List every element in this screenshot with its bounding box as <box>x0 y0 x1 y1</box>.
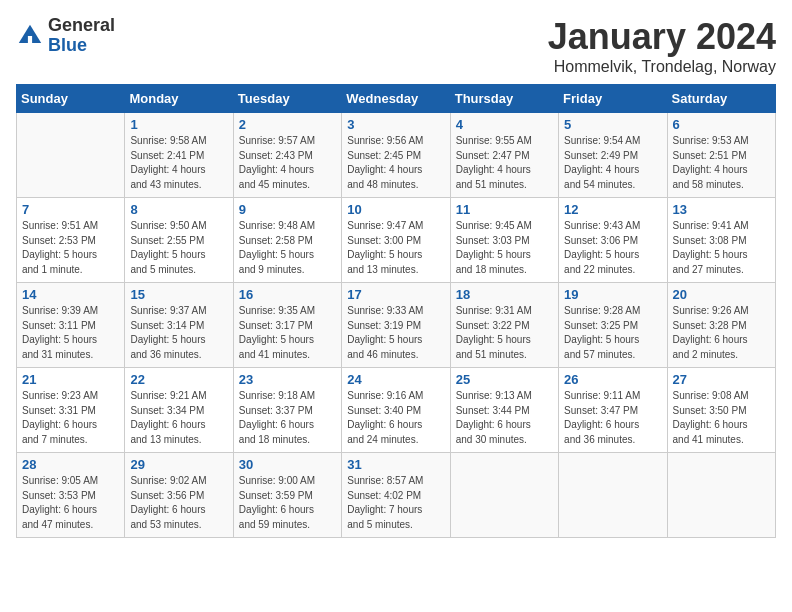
calendar-cell: 14 Sunrise: 9:39 AM Sunset: 3:11 PM Dayl… <box>17 283 125 368</box>
calendar-cell <box>559 453 667 538</box>
day-number: 7 <box>22 202 119 217</box>
day-number: 9 <box>239 202 336 217</box>
day-number: 6 <box>673 117 770 132</box>
day-info: Sunrise: 9:57 AM Sunset: 2:43 PM Dayligh… <box>239 134 336 192</box>
calendar-cell: 20 Sunrise: 9:26 AM Sunset: 3:28 PM Dayl… <box>667 283 775 368</box>
day-info: Sunrise: 9:31 AM Sunset: 3:22 PM Dayligh… <box>456 304 553 362</box>
day-number: 8 <box>130 202 227 217</box>
calendar-title: January 2024 <box>548 16 776 58</box>
calendar-subtitle: Hommelvik, Trondelag, Norway <box>548 58 776 76</box>
calendar-cell: 6 Sunrise: 9:53 AM Sunset: 2:51 PM Dayli… <box>667 113 775 198</box>
day-info: Sunrise: 9:02 AM Sunset: 3:56 PM Dayligh… <box>130 474 227 532</box>
calendar-week-row: 21 Sunrise: 9:23 AM Sunset: 3:31 PM Dayl… <box>17 368 776 453</box>
calendar-cell: 29 Sunrise: 9:02 AM Sunset: 3:56 PM Dayl… <box>125 453 233 538</box>
day-number: 4 <box>456 117 553 132</box>
logo-text: General Blue <box>48 16 115 56</box>
day-info: Sunrise: 9:58 AM Sunset: 2:41 PM Dayligh… <box>130 134 227 192</box>
day-info: Sunrise: 9:41 AM Sunset: 3:08 PM Dayligh… <box>673 219 770 277</box>
day-info: Sunrise: 9:05 AM Sunset: 3:53 PM Dayligh… <box>22 474 119 532</box>
weekday-header: Friday <box>559 85 667 113</box>
day-number: 29 <box>130 457 227 472</box>
day-number: 2 <box>239 117 336 132</box>
calendar-cell: 26 Sunrise: 9:11 AM Sunset: 3:47 PM Dayl… <box>559 368 667 453</box>
calendar-cell: 28 Sunrise: 9:05 AM Sunset: 3:53 PM Dayl… <box>17 453 125 538</box>
day-number: 5 <box>564 117 661 132</box>
calendar-cell: 24 Sunrise: 9:16 AM Sunset: 3:40 PM Dayl… <box>342 368 450 453</box>
day-number: 21 <box>22 372 119 387</box>
calendar-cell: 19 Sunrise: 9:28 AM Sunset: 3:25 PM Dayl… <box>559 283 667 368</box>
day-number: 20 <box>673 287 770 302</box>
weekday-header: Saturday <box>667 85 775 113</box>
calendar-cell: 27 Sunrise: 9:08 AM Sunset: 3:50 PM Dayl… <box>667 368 775 453</box>
calendar-cell: 3 Sunrise: 9:56 AM Sunset: 2:45 PM Dayli… <box>342 113 450 198</box>
day-number: 1 <box>130 117 227 132</box>
calendar-week-row: 14 Sunrise: 9:39 AM Sunset: 3:11 PM Dayl… <box>17 283 776 368</box>
calendar-week-row: 1 Sunrise: 9:58 AM Sunset: 2:41 PM Dayli… <box>17 113 776 198</box>
logo-general-text: General <box>48 16 115 36</box>
weekday-header: Monday <box>125 85 233 113</box>
day-info: Sunrise: 9:54 AM Sunset: 2:49 PM Dayligh… <box>564 134 661 192</box>
day-info: Sunrise: 9:13 AM Sunset: 3:44 PM Dayligh… <box>456 389 553 447</box>
calendar-cell: 30 Sunrise: 9:00 AM Sunset: 3:59 PM Dayl… <box>233 453 341 538</box>
day-info: Sunrise: 9:48 AM Sunset: 2:58 PM Dayligh… <box>239 219 336 277</box>
day-info: Sunrise: 9:18 AM Sunset: 3:37 PM Dayligh… <box>239 389 336 447</box>
logo: General Blue <box>16 16 115 56</box>
day-number: 25 <box>456 372 553 387</box>
calendar-cell: 9 Sunrise: 9:48 AM Sunset: 2:58 PM Dayli… <box>233 198 341 283</box>
svg-rect-1 <box>28 36 32 43</box>
calendar-cell: 15 Sunrise: 9:37 AM Sunset: 3:14 PM Dayl… <box>125 283 233 368</box>
day-info: Sunrise: 9:28 AM Sunset: 3:25 PM Dayligh… <box>564 304 661 362</box>
calendar-cell: 7 Sunrise: 9:51 AM Sunset: 2:53 PM Dayli… <box>17 198 125 283</box>
page-header: General Blue January 2024 Hommelvik, Tro… <box>16 16 776 76</box>
weekday-header: Tuesday <box>233 85 341 113</box>
day-info: Sunrise: 9:11 AM Sunset: 3:47 PM Dayligh… <box>564 389 661 447</box>
day-number: 12 <box>564 202 661 217</box>
title-area: January 2024 Hommelvik, Trondelag, Norwa… <box>548 16 776 76</box>
calendar-cell: 4 Sunrise: 9:55 AM Sunset: 2:47 PM Dayli… <box>450 113 558 198</box>
day-info: Sunrise: 9:23 AM Sunset: 3:31 PM Dayligh… <box>22 389 119 447</box>
calendar-cell: 25 Sunrise: 9:13 AM Sunset: 3:44 PM Dayl… <box>450 368 558 453</box>
day-number: 28 <box>22 457 119 472</box>
day-number: 11 <box>456 202 553 217</box>
weekday-header: Wednesday <box>342 85 450 113</box>
day-info: Sunrise: 9:39 AM Sunset: 3:11 PM Dayligh… <box>22 304 119 362</box>
day-number: 10 <box>347 202 444 217</box>
day-info: Sunrise: 9:37 AM Sunset: 3:14 PM Dayligh… <box>130 304 227 362</box>
day-info: Sunrise: 9:35 AM Sunset: 3:17 PM Dayligh… <box>239 304 336 362</box>
day-number: 13 <box>673 202 770 217</box>
day-info: Sunrise: 9:33 AM Sunset: 3:19 PM Dayligh… <box>347 304 444 362</box>
calendar-cell <box>17 113 125 198</box>
weekday-header: Thursday <box>450 85 558 113</box>
calendar-cell: 10 Sunrise: 9:47 AM Sunset: 3:00 PM Dayl… <box>342 198 450 283</box>
day-info: Sunrise: 9:47 AM Sunset: 3:00 PM Dayligh… <box>347 219 444 277</box>
calendar-cell: 22 Sunrise: 9:21 AM Sunset: 3:34 PM Dayl… <box>125 368 233 453</box>
calendar-table: SundayMondayTuesdayWednesdayThursdayFrid… <box>16 84 776 538</box>
day-info: Sunrise: 9:50 AM Sunset: 2:55 PM Dayligh… <box>130 219 227 277</box>
calendar-cell <box>450 453 558 538</box>
day-info: Sunrise: 8:57 AM Sunset: 4:02 PM Dayligh… <box>347 474 444 532</box>
calendar-cell: 31 Sunrise: 8:57 AM Sunset: 4:02 PM Dayl… <box>342 453 450 538</box>
calendar-cell: 5 Sunrise: 9:54 AM Sunset: 2:49 PM Dayli… <box>559 113 667 198</box>
day-number: 3 <box>347 117 444 132</box>
day-number: 27 <box>673 372 770 387</box>
weekday-header: Sunday <box>17 85 125 113</box>
calendar-cell: 11 Sunrise: 9:45 AM Sunset: 3:03 PM Dayl… <box>450 198 558 283</box>
day-info: Sunrise: 9:45 AM Sunset: 3:03 PM Dayligh… <box>456 219 553 277</box>
day-info: Sunrise: 9:26 AM Sunset: 3:28 PM Dayligh… <box>673 304 770 362</box>
weekday-header-row: SundayMondayTuesdayWednesdayThursdayFrid… <box>17 85 776 113</box>
day-number: 26 <box>564 372 661 387</box>
calendar-cell: 16 Sunrise: 9:35 AM Sunset: 3:17 PM Dayl… <box>233 283 341 368</box>
day-number: 31 <box>347 457 444 472</box>
calendar-cell: 8 Sunrise: 9:50 AM Sunset: 2:55 PM Dayli… <box>125 198 233 283</box>
day-number: 30 <box>239 457 336 472</box>
calendar-week-row: 7 Sunrise: 9:51 AM Sunset: 2:53 PM Dayli… <box>17 198 776 283</box>
calendar-cell: 21 Sunrise: 9:23 AM Sunset: 3:31 PM Dayl… <box>17 368 125 453</box>
logo-icon <box>16 22 44 50</box>
day-info: Sunrise: 9:55 AM Sunset: 2:47 PM Dayligh… <box>456 134 553 192</box>
day-number: 23 <box>239 372 336 387</box>
day-number: 18 <box>456 287 553 302</box>
day-info: Sunrise: 9:51 AM Sunset: 2:53 PM Dayligh… <box>22 219 119 277</box>
day-info: Sunrise: 9:43 AM Sunset: 3:06 PM Dayligh… <box>564 219 661 277</box>
day-info: Sunrise: 9:16 AM Sunset: 3:40 PM Dayligh… <box>347 389 444 447</box>
day-number: 16 <box>239 287 336 302</box>
